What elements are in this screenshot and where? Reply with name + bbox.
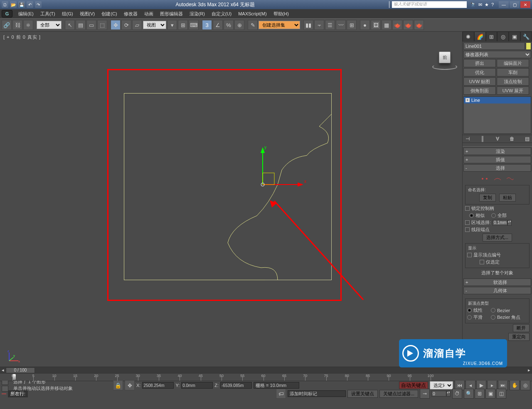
segment-subobj-icon[interactable] bbox=[493, 176, 502, 182]
zoom-all-icon[interactable]: ⊞ bbox=[475, 389, 485, 399]
angle-snap-icon[interactable]: ∠ bbox=[213, 20, 223, 30]
pin-stack-icon[interactable]: ⊣ bbox=[464, 136, 471, 142]
selection-filter[interactable]: 全部 bbox=[37, 21, 62, 29]
keyfilter-button[interactable]: 关键点过滤器... bbox=[379, 390, 418, 398]
lock-handles-check[interactable] bbox=[465, 206, 470, 211]
selected-dropdown[interactable]: 选定对 bbox=[430, 381, 453, 389]
sel-only-check[interactable] bbox=[480, 260, 484, 264]
setkey-button[interactable]: 设置关键点 bbox=[347, 390, 378, 398]
all-radio[interactable] bbox=[491, 213, 496, 218]
manipulate-icon[interactable]: ⊞ bbox=[178, 20, 188, 30]
mod-lathe[interactable]: 车削 bbox=[497, 68, 529, 76]
mod-vertpaint[interactable]: 顶点绘制 bbox=[497, 77, 529, 86]
close-button[interactable]: ✕ bbox=[520, 1, 530, 8]
edit-named-sel-icon[interactable]: ✎ bbox=[248, 20, 258, 30]
current-frame-input[interactable] bbox=[431, 391, 446, 397]
bezier-radio[interactable] bbox=[491, 308, 495, 313]
percent-snap-icon[interactable]: % bbox=[224, 20, 234, 30]
redirect-button[interactable]: 重定向 bbox=[508, 333, 530, 341]
new-icon[interactable]: 🗋 bbox=[2, 1, 8, 8]
app-icon[interactable]: G bbox=[2, 10, 12, 17]
modifier-stack[interactable]: + Line bbox=[463, 96, 531, 134]
max-viewport-icon[interactable]: ◫ bbox=[496, 389, 506, 399]
rollout-softsel[interactable]: +软选择 bbox=[463, 278, 531, 286]
stack-item-line[interactable]: + Line bbox=[464, 97, 531, 103]
viewport-label[interactable]: [ + 0 前 0 真实 ] bbox=[3, 34, 41, 40]
smooth-radio[interactable] bbox=[467, 315, 472, 320]
coord-z-input[interactable] bbox=[220, 382, 252, 389]
minimize-button[interactable]: — bbox=[499, 1, 509, 8]
linear-radio[interactable] bbox=[467, 308, 472, 313]
link-icon[interactable]: 🔗 bbox=[2, 20, 12, 30]
bind-icon[interactable]: ⚛ bbox=[23, 20, 33, 30]
bez-corner-radio[interactable] bbox=[491, 315, 495, 320]
mod-extrude[interactable]: 挤出 bbox=[463, 59, 496, 67]
modifier-list-dropdown[interactable]: 修改器列表 bbox=[463, 51, 531, 58]
comm-center-icon[interactable]: ✉ bbox=[478, 2, 482, 7]
coord-x-input[interactable] bbox=[142, 382, 174, 389]
align-icon[interactable]: ⫟ bbox=[314, 20, 324, 30]
time-config-icon[interactable]: ⏱ bbox=[452, 389, 462, 399]
menu-help[interactable]: 帮助(H) bbox=[270, 10, 292, 18]
paste-button[interactable]: 粘贴 bbox=[499, 194, 516, 202]
mod-uvwmap[interactable]: UVW 贴图 bbox=[463, 77, 496, 86]
unlink-icon[interactable]: ⛓ bbox=[12, 20, 22, 30]
vertex-subobj-icon[interactable] bbox=[481, 176, 489, 182]
ref-coord-system[interactable]: 视图 bbox=[143, 21, 166, 29]
break-button[interactable]: 断开 bbox=[513, 324, 530, 332]
menu-grapheditors[interactable]: 图形编辑器 bbox=[157, 10, 186, 18]
spinner-snap-icon[interactable]: ⊕ bbox=[234, 20, 244, 30]
save-icon[interactable]: 💾 bbox=[18, 1, 25, 8]
copy-button[interactable]: 复制 bbox=[479, 194, 496, 202]
similar-radio[interactable] bbox=[469, 213, 474, 218]
rotate-icon[interactable]: ⟳ bbox=[121, 20, 131, 30]
transform-type-icon[interactable]: ✥ bbox=[125, 380, 135, 390]
select-rect-icon[interactable]: ▭ bbox=[86, 20, 96, 30]
search-input[interactable]: 输入关键字或短语 bbox=[392, 1, 467, 8]
redo-icon[interactable]: ↷ bbox=[35, 1, 42, 8]
autokey-button[interactable]: 自动关键点 bbox=[399, 382, 428, 389]
render-setup-icon[interactable]: 🖼 bbox=[371, 20, 381, 30]
open-icon[interactable]: 📂 bbox=[10, 1, 17, 8]
menu-maxscript[interactable]: MAXScript(M) bbox=[235, 10, 270, 18]
spline-subobj-icon[interactable] bbox=[506, 176, 514, 182]
menu-modifiers[interactable]: 修改器 bbox=[121, 10, 141, 18]
material-editor-icon[interactable]: ● bbox=[360, 20, 370, 30]
add-time-tag[interactable]: 添加时间标记 bbox=[288, 390, 346, 397]
render-frame-icon[interactable]: ▦ bbox=[382, 20, 392, 30]
object-color-swatch[interactable] bbox=[526, 42, 531, 50]
time-tag-icon[interactable]: 🏷 bbox=[276, 389, 286, 399]
help-icon[interactable]: ? bbox=[491, 2, 494, 7]
render-prod-icon[interactable]: 🫖 bbox=[403, 20, 413, 30]
render-iter-icon[interactable]: 🫖 bbox=[414, 20, 424, 30]
arc-rotate-icon[interactable]: ◎ bbox=[520, 380, 530, 390]
display-tab-icon[interactable]: ▣ bbox=[509, 32, 520, 42]
rollout-selection[interactable]: -选择 bbox=[463, 164, 531, 172]
window-crossing-icon[interactable]: ⬚ bbox=[97, 20, 107, 30]
viewport[interactable]: [ + 0 前 0 真实 ] 前 y x z x bbox=[0, 32, 462, 367]
mod-unwrap[interactable]: UVW 展开 bbox=[497, 86, 529, 95]
slider-next-icon[interactable]: ▸ bbox=[528, 367, 530, 373]
create-tab-icon[interactable]: ✺ bbox=[463, 32, 474, 42]
area-select-check[interactable] bbox=[465, 220, 470, 225]
menu-create[interactable]: 创建(C) bbox=[98, 10, 120, 18]
mod-optimize[interactable]: 优化 bbox=[463, 68, 496, 76]
mirror-icon[interactable]: ▮▮ bbox=[303, 20, 313, 30]
select-icon[interactable]: ↖ bbox=[65, 20, 75, 30]
listener-label[interactable]: 所在行: bbox=[8, 390, 28, 397]
move-gizmo[interactable]: y x bbox=[248, 144, 310, 190]
move-icon[interactable]: ✥ bbox=[111, 20, 121, 30]
menu-tools[interactable]: 工具(T) bbox=[37, 10, 59, 18]
configure-sets-icon[interactable]: ▤ bbox=[524, 136, 530, 142]
zoom-icon[interactable]: 🔍 bbox=[464, 389, 474, 399]
render-icon[interactable]: 🫖 bbox=[392, 20, 402, 30]
rollout-render[interactable]: +渲染 bbox=[463, 148, 531, 155]
favorites-icon[interactable]: ★ bbox=[485, 2, 489, 7]
modify-tab-icon[interactable]: 🌈 bbox=[474, 32, 486, 42]
spinner-icon[interactable]: ▴▾ bbox=[507, 220, 512, 226]
layers-icon[interactable]: ☰ bbox=[325, 20, 335, 30]
maximize-button[interactable]: ▢ bbox=[510, 1, 520, 8]
rollout-geometry[interactable]: -几何体 bbox=[463, 287, 531, 294]
show-vert-num-check[interactable] bbox=[467, 253, 472, 257]
named-selection-set[interactable]: 创建选择集 bbox=[259, 21, 300, 29]
